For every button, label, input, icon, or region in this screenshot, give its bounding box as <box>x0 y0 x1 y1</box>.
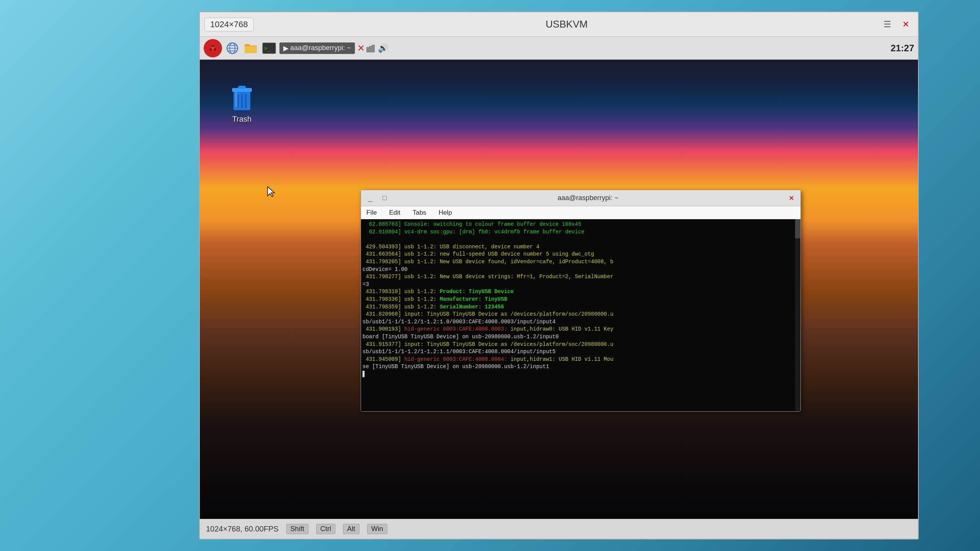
svg-text:>_: >_ <box>264 45 271 52</box>
usbkvm-titlebar: 1024×768 USBKVM ☰ ✕ <box>200 12 918 37</box>
svg-rect-21 <box>235 92 237 107</box>
rpi-desktop: Trash _ □ aaa@raspberrypi: ~ ✕ File Edit… <box>200 60 918 519</box>
key-alt[interactable]: Alt <box>343 524 359 534</box>
mouse-cursor <box>267 186 276 199</box>
status-bar: 1024×768, 60.00FPS Shift Ctrl Alt Win <box>200 519 918 539</box>
key-ctrl[interactable]: Ctrl <box>316 524 335 534</box>
trash-label: Trash <box>232 115 252 124</box>
trash-can-svg <box>230 84 253 112</box>
term-line: 431.945009] hid-generic 0003:CAFE:4008.0… <box>363 356 799 364</box>
term-line: board [TinyUSB TinyUSB Device] on usb-20… <box>363 333 799 341</box>
terminal-title: aaa@raspberrypi: ~ <box>394 194 782 202</box>
svg-rect-13 <box>369 46 372 52</box>
scrollbar-thumb <box>795 219 800 238</box>
prompt-text: aaa@raspberrypi: ~ <box>290 44 351 52</box>
web-browser-button[interactable] <box>224 40 240 56</box>
usbkvm-window: 1024×768 USBKVM ☰ ✕ <box>199 11 919 540</box>
term-line: sb/usb1/1-1/1-1.2/1-1.2:1.1/0003:CAFE:40… <box>363 348 799 356</box>
rpi-menu-button[interactable] <box>204 39 222 57</box>
term-line: 431.798277] usb 1-1.2: New USB device st… <box>363 273 799 281</box>
resolution-fps: 1024×768, 60.00FPS <box>206 525 279 533</box>
titlebar-left: 1024×768 <box>204 18 254 31</box>
trash-desktop-icon[interactable]: Trash <box>223 83 261 124</box>
key-shift[interactable]: Shift <box>286 524 309 534</box>
terminal-titlebar: _ □ aaa@raspberrypi: ~ ✕ <box>361 190 800 206</box>
term-line <box>363 236 799 243</box>
term-line: 429.504393] usb 1-1.2: USB disconnect, d… <box>363 243 799 251</box>
term-line: 62.910804] vc4-drm soc:gpu: [drm] fb0: v… <box>363 228 799 236</box>
network-error-icon: ✕ <box>357 43 376 54</box>
term-line: 431.663564] usb 1-1.2: new full-speed US… <box>363 251 799 258</box>
volume-icon[interactable]: 🔊 <box>378 43 388 53</box>
key-win[interactable]: Win <box>367 524 387 534</box>
terminal-window: _ □ aaa@raspberrypi: ~ ✕ File Edit Tabs … <box>361 190 801 412</box>
close-button[interactable]: ✕ <box>898 17 913 32</box>
raspberry-icon <box>207 42 219 54</box>
term-line: sb/usb1/1-1/1-1.2/1-1.2:1.0/0003:CAFE:40… <box>363 318 799 326</box>
terminal-menubar: File Edit Tabs Help <box>361 206 800 219</box>
window-controls: ☰ ✕ <box>880 17 913 32</box>
terminal-prompt-label[interactable]: ▶ aaa@raspberrypi: ~ <box>279 42 355 54</box>
terminal-body[interactable]: 62.885763] Console: switching to colour … <box>361 219 800 411</box>
menu-button[interactable]: ☰ <box>880 17 895 32</box>
term-line: se [TinyUSB TinyUSB Device] on usb-20980… <box>363 363 799 371</box>
folder-icon <box>244 42 258 54</box>
x-icon: ✕ <box>357 43 365 54</box>
cursor-svg <box>267 186 276 197</box>
svg-rect-14 <box>372 45 375 52</box>
resolution-badge: 1024×768 <box>204 18 254 31</box>
svg-rect-12 <box>366 47 369 52</box>
term-line: 62.885763] Console: switching to colour … <box>363 221 799 228</box>
term-line: =3 <box>363 281 799 289</box>
term-line: 431.798359] usb 1-1.2: SerialNumber: 123… <box>363 303 799 311</box>
term-line: cdDevice= 1.00 <box>363 266 799 274</box>
term-line: 431.915377] input: TinyUSB TinyUSB Devic… <box>363 341 799 349</box>
term-line: 431.798336] usb 1-1.2: Manufacturer: Tin… <box>363 296 799 303</box>
term-line: 431.900193] hid-generic 0003:CAFE:4008.0… <box>363 326 799 333</box>
trash-icon <box>229 83 255 113</box>
network-icon <box>366 43 376 53</box>
term-cursor-line: ▋ <box>363 371 799 378</box>
rpi-taskbar: >_ ▶ aaa@raspberrypi: ~ ✕ 🔊 21:27 <box>200 37 918 60</box>
term-line: 431.798205] usb 1-1.2: New USB device fo… <box>363 258 799 266</box>
svg-rect-17 <box>238 86 246 89</box>
terminal-close-button[interactable]: ✕ <box>786 193 797 204</box>
terminal-icon: >_ <box>262 42 276 54</box>
terminal-minimize-button[interactable]: _ <box>365 193 376 204</box>
terminal-scrollbar[interactable] <box>795 219 800 411</box>
svg-point-4 <box>211 47 214 50</box>
term-line: 431.820968] input: TinyUSB TinyUSB Devic… <box>363 311 799 318</box>
clock: 21:27 <box>891 43 914 54</box>
menu-file[interactable]: File <box>364 207 379 218</box>
terminal-maximize-button[interactable]: □ <box>379 193 390 204</box>
menu-help[interactable]: Help <box>436 207 454 218</box>
menu-edit[interactable]: Edit <box>387 207 402 218</box>
globe-icon <box>226 42 239 55</box>
usbkvm-title: USBKVM <box>254 18 880 30</box>
file-manager-button[interactable] <box>243 40 259 56</box>
menu-tabs[interactable]: Tabs <box>410 207 429 218</box>
prompt-icon: ▶ <box>283 44 289 52</box>
term-line: 431.798310] usb 1-1.2: Product: TinyUSB … <box>363 288 799 296</box>
terminal-button[interactable]: >_ <box>261 40 277 56</box>
